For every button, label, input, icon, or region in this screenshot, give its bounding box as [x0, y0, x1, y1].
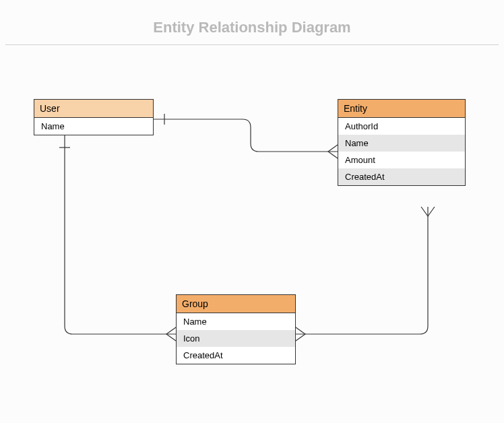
- entity-entity-attr-2: Amount: [338, 152, 465, 168]
- entity-user[interactable]: User Name: [34, 99, 154, 135]
- entity-group[interactable]: Group Name Icon CreatedAt: [176, 294, 296, 364]
- entity-entity-header: Entity: [338, 100, 465, 118]
- rel-user-group: [65, 135, 176, 334]
- entity-entity-attr-1: Name: [338, 135, 465, 152]
- entity-group-header: Group: [177, 295, 295, 313]
- entity-user-attr-0: Name: [34, 118, 153, 135]
- entity-entity-attr-0: AuthorId: [338, 118, 465, 135]
- rel-entity-group: [296, 207, 428, 334]
- entity-group-attr-2: CreatedAt: [177, 347, 295, 364]
- entity-group-attr-0: Name: [177, 313, 295, 330]
- entity-entity[interactable]: Entity AuthorId Name Amount CreatedAt: [338, 99, 466, 186]
- rel-user-entity: [154, 119, 338, 152]
- diagram-canvas: User Name Entity AuthorId Name Amount Cr…: [0, 45, 504, 409]
- entity-user-header: User: [34, 100, 153, 118]
- page-title: Entity Relationship Diagram: [0, 0, 504, 44]
- entity-entity-attr-3: CreatedAt: [338, 168, 465, 185]
- entity-group-attr-1: Icon: [177, 330, 295, 347]
